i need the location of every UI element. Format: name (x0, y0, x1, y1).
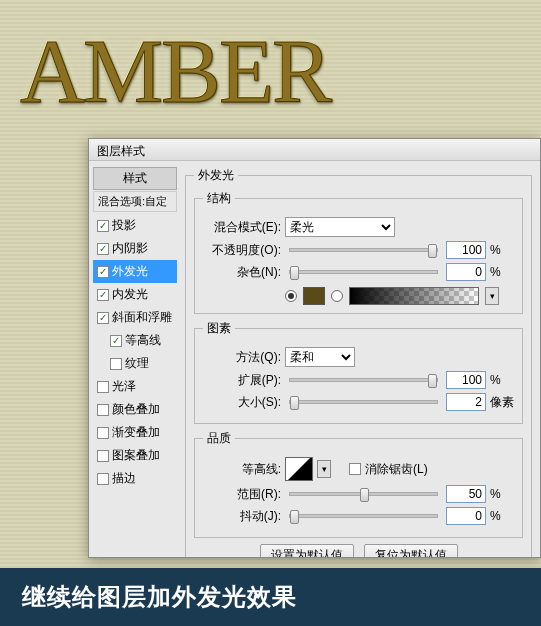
element-legend: 图素 (203, 320, 235, 337)
noise-input[interactable] (446, 263, 486, 281)
style-checkbox[interactable] (97, 450, 109, 462)
quality-legend: 品质 (203, 430, 235, 447)
noise-label: 杂色(N): (203, 264, 281, 281)
style-row-6[interactable]: 纹理 (93, 352, 177, 375)
jitter-label: 抖动(J): (203, 508, 281, 525)
spread-label: 扩展(P): (203, 372, 281, 389)
outer-glow-fieldset: 外发光 结构 混合模式(E): 柔光 不透明度(O): % (185, 167, 532, 557)
gradient-preview[interactable] (349, 287, 479, 305)
antialias-checkbox[interactable] (349, 463, 361, 475)
style-row-1[interactable]: 内阴影 (93, 237, 177, 260)
gradient-radio[interactable] (331, 290, 343, 302)
style-checkbox[interactable] (97, 473, 109, 485)
layer-style-dialog: 图层样式 样式 混合选项:自定 投影内阴影外发光内发光斜面和浮雕等高线纹理光泽颜… (88, 138, 541, 558)
panel-title: 外发光 (194, 167, 238, 184)
opacity-label: 不透明度(O): (203, 242, 281, 259)
style-checkbox[interactable] (97, 266, 109, 278)
style-label: 颜色叠加 (112, 401, 160, 418)
style-row-2[interactable]: 外发光 (93, 260, 177, 283)
style-row-9[interactable]: 渐变叠加 (93, 421, 177, 444)
color-swatch[interactable] (303, 287, 325, 305)
style-checkbox[interactable] (97, 381, 109, 393)
range-slider[interactable] (289, 492, 438, 496)
px-unit: 像素 (490, 394, 514, 411)
percent-unit: % (490, 265, 514, 279)
opacity-slider[interactable] (289, 248, 438, 252)
caption-bar: 继续给图层加外发光效果 (0, 568, 541, 626)
style-checkbox[interactable] (97, 312, 109, 324)
jitter-slider[interactable] (289, 514, 438, 518)
style-checkbox[interactable] (97, 243, 109, 255)
style-checkbox[interactable] (97, 404, 109, 416)
opacity-input[interactable] (446, 241, 486, 259)
style-row-8[interactable]: 颜色叠加 (93, 398, 177, 421)
styles-sidebar: 样式 混合选项:自定 投影内阴影外发光内发光斜面和浮雕等高线纹理光泽颜色叠加渐变… (89, 161, 181, 557)
style-label: 渐变叠加 (112, 424, 160, 441)
style-row-11[interactable]: 描边 (93, 467, 177, 490)
structure-group: 结构 混合模式(E): 柔光 不透明度(O): % 杂色 (194, 190, 523, 314)
method-label: 方法(Q): (203, 349, 281, 366)
style-label: 纹理 (125, 355, 149, 372)
blend-mode-label: 混合模式(E): (203, 219, 281, 236)
outer-glow-panel: 外发光 结构 混合模式(E): 柔光 不透明度(O): % (181, 161, 540, 557)
amber-logo-text: AMBER (20, 20, 330, 123)
size-label: 大小(S): (203, 394, 281, 411)
color-radio[interactable] (285, 290, 297, 302)
contour-picker[interactable] (285, 457, 313, 481)
style-row-3[interactable]: 内发光 (93, 283, 177, 306)
method-select[interactable]: 柔和 (285, 347, 355, 367)
style-label: 描边 (112, 470, 136, 487)
contour-dropdown-icon[interactable]: ▾ (317, 460, 331, 478)
style-row-4[interactable]: 斜面和浮雕 (93, 306, 177, 329)
quality-group: 品质 等高线: ▾ 消除锯齿(L) 范围(R): % (194, 430, 523, 538)
noise-slider[interactable] (289, 270, 438, 274)
style-label: 内发光 (112, 286, 148, 303)
style-row-5[interactable]: 等高线 (93, 329, 177, 352)
blend-mode-select[interactable]: 柔光 (285, 217, 395, 237)
style-label: 投影 (112, 217, 136, 234)
percent-unit: % (490, 487, 514, 501)
spread-input[interactable] (446, 371, 486, 389)
style-label: 斜面和浮雕 (112, 309, 172, 326)
style-label: 外发光 (112, 263, 148, 280)
reset-default-button[interactable]: 复位为默认值 (364, 544, 458, 557)
range-input[interactable] (446, 485, 486, 503)
style-row-10[interactable]: 图案叠加 (93, 444, 177, 467)
style-checkbox[interactable] (110, 335, 122, 347)
style-row-0[interactable]: 投影 (93, 214, 177, 237)
style-checkbox[interactable] (97, 220, 109, 232)
set-default-button[interactable]: 设置为默认值 (260, 544, 354, 557)
dialog-title: 图层样式 (89, 139, 540, 161)
style-label: 光泽 (112, 378, 136, 395)
antialias-label: 消除锯齿(L) (365, 461, 428, 478)
style-checkbox[interactable] (110, 358, 122, 370)
size-slider[interactable] (289, 400, 438, 404)
style-label: 等高线 (125, 332, 161, 349)
structure-legend: 结构 (203, 190, 235, 207)
element-group: 图素 方法(Q): 柔和 扩展(P): % 大小(S): (194, 320, 523, 424)
percent-unit: % (490, 373, 514, 387)
size-input[interactable] (446, 393, 486, 411)
style-checkbox[interactable] (97, 289, 109, 301)
contour-label: 等高线: (203, 461, 281, 478)
style-label: 图案叠加 (112, 447, 160, 464)
gradient-dropdown-icon[interactable]: ▾ (485, 287, 499, 305)
spread-slider[interactable] (289, 378, 438, 382)
percent-unit: % (490, 243, 514, 257)
percent-unit: % (490, 509, 514, 523)
blend-options-row[interactable]: 混合选项:自定 (93, 191, 177, 212)
jitter-input[interactable] (446, 507, 486, 525)
range-label: 范围(R): (203, 486, 281, 503)
style-row-7[interactable]: 光泽 (93, 375, 177, 398)
sidebar-header[interactable]: 样式 (93, 167, 177, 190)
style-label: 内阴影 (112, 240, 148, 257)
style-checkbox[interactable] (97, 427, 109, 439)
